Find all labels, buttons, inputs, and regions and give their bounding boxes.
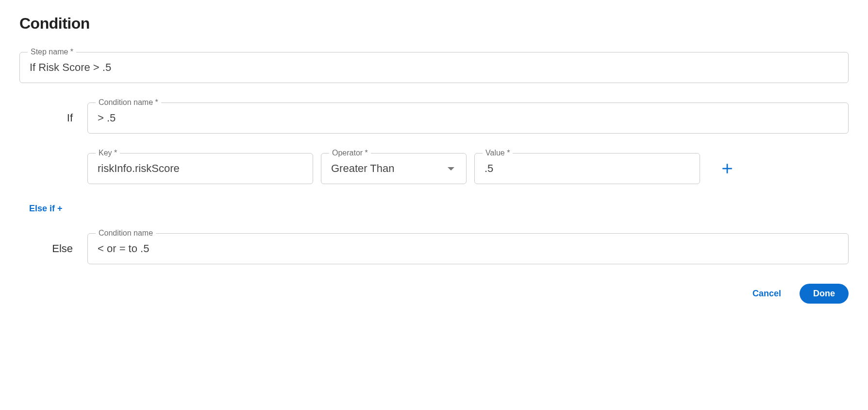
step-name-input[interactable] xyxy=(30,61,838,74)
else-condition-name-input[interactable] xyxy=(98,242,838,255)
if-rule-row: Key * Operator * Greater Than Value * xyxy=(87,153,849,184)
operator-value: Greater Than xyxy=(331,162,394,175)
operator-field[interactable]: Operator * Greater Than xyxy=(321,153,467,184)
else-label: Else xyxy=(19,242,87,255)
key-input[interactable] xyxy=(98,162,303,175)
done-button[interactable]: Done xyxy=(800,284,849,304)
value-field[interactable]: Value * xyxy=(474,153,700,184)
if-condition-name-field[interactable]: Condition name * xyxy=(87,102,849,134)
step-name-field[interactable]: Step name * xyxy=(19,52,849,83)
else-condition-name-field[interactable]: Condition name xyxy=(87,233,849,264)
plus-icon xyxy=(721,162,734,175)
else-branch-row: Else Condition name xyxy=(19,233,849,264)
chevron-down-icon xyxy=(448,167,454,171)
operator-select[interactable]: Greater Than xyxy=(331,162,456,175)
add-rule-button[interactable] xyxy=(718,159,737,178)
footer-actions: Cancel Done xyxy=(19,284,849,304)
else-if-link[interactable]: Else if + xyxy=(29,204,63,214)
step-name-label: Step name * xyxy=(28,48,76,56)
operator-label: Operator * xyxy=(329,149,371,157)
page-title: Condition xyxy=(19,15,849,33)
if-label: If xyxy=(19,112,87,124)
if-condition-name-input[interactable] xyxy=(98,112,838,124)
value-input[interactable] xyxy=(484,162,690,175)
if-condition-name-label: Condition name * xyxy=(96,98,161,107)
key-field[interactable]: Key * xyxy=(87,153,313,184)
cancel-button[interactable]: Cancel xyxy=(739,284,795,304)
else-condition-name-label: Condition name xyxy=(96,229,156,238)
if-branch-row: If Condition name * xyxy=(19,102,849,134)
value-label: Value * xyxy=(483,149,513,157)
key-label: Key * xyxy=(96,149,120,157)
